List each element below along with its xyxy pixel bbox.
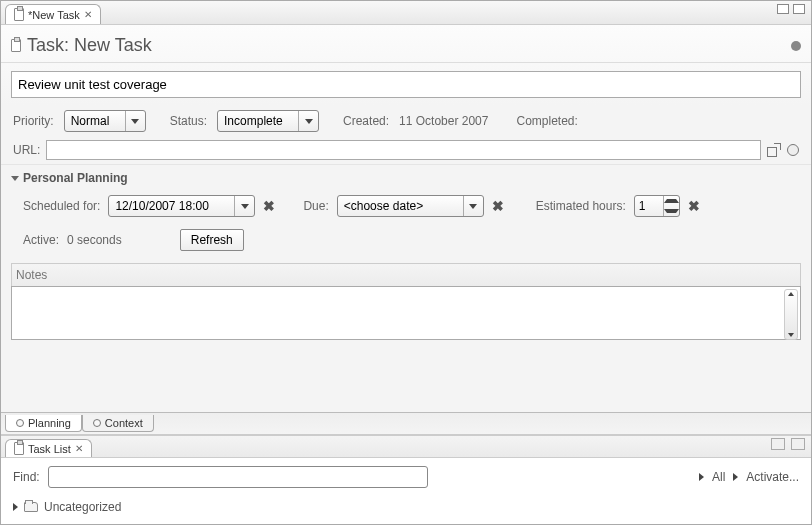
priority-value[interactable] (65, 111, 125, 131)
close-icon[interactable]: ✕ (84, 9, 92, 20)
due-value[interactable] (338, 196, 463, 216)
collapse-icon[interactable] (11, 176, 19, 181)
find-input[interactable] (48, 466, 428, 488)
editor-bottom-tabs: Planning Context (1, 412, 811, 434)
tab-label: Planning (28, 417, 71, 429)
scrollbar[interactable] (784, 289, 798, 340)
arrow-right-icon[interactable] (733, 473, 738, 481)
editor-tab-new-task[interactable]: *New Task ✕ (5, 4, 101, 24)
est-hours-label: Estimated hours: (536, 199, 626, 213)
chevron-down-icon[interactable] (463, 196, 483, 216)
clear-est-hours-icon[interactable]: ✖ (688, 198, 700, 214)
editor-header: Task: New Task (1, 25, 811, 63)
url-input[interactable] (46, 140, 761, 160)
completed-label: Completed: (516, 114, 577, 128)
section-title: Personal Planning (23, 171, 128, 185)
priority-select[interactable] (64, 110, 146, 132)
editor-tab-strip: *New Task ✕ (1, 1, 811, 25)
stepper-down-icon[interactable] (664, 206, 679, 216)
page-title: Task: New Task (27, 35, 785, 56)
chevron-down-icon[interactable] (125, 111, 145, 131)
status-select[interactable] (217, 110, 319, 132)
scroll-up-icon[interactable] (788, 292, 794, 296)
priority-label: Priority: (13, 114, 54, 128)
category-label: Uncategorized (44, 500, 121, 514)
chevron-down-icon[interactable] (298, 111, 318, 131)
clear-due-icon[interactable]: ✖ (492, 198, 504, 214)
scroll-down-icon[interactable] (788, 333, 794, 337)
clear-scheduled-icon[interactable]: ✖ (263, 198, 275, 214)
scheduled-date-picker[interactable] (108, 195, 255, 217)
personal-planning-header[interactable]: Personal Planning (1, 164, 811, 189)
notes-label: Notes (11, 263, 801, 286)
scheduled-label: Scheduled for: (23, 199, 100, 213)
context-tab-icon (93, 419, 101, 427)
status-label: Status: (170, 114, 207, 128)
folder-icon (24, 502, 38, 512)
due-label: Due: (303, 199, 328, 213)
active-value: 0 seconds (67, 233, 122, 247)
tab-planning[interactable]: Planning (5, 415, 82, 432)
created-value: 11 October 2007 (399, 114, 488, 128)
expand-icon[interactable] (13, 503, 18, 511)
due-date-picker[interactable] (337, 195, 484, 217)
created-label: Created: (343, 114, 389, 128)
task-list-icon (14, 442, 24, 455)
task-list-tab[interactable]: Task List ✕ (5, 439, 92, 457)
window-controls (777, 4, 805, 14)
scheduled-value[interactable] (109, 196, 234, 216)
url-label: URL: (13, 143, 40, 157)
refresh-button[interactable]: Refresh (180, 229, 244, 251)
maximize-icon[interactable] (793, 4, 805, 14)
arrow-right-icon[interactable] (699, 473, 704, 481)
status-value[interactable] (218, 111, 298, 131)
new-task-icon[interactable] (771, 438, 785, 450)
uncategorized-row[interactable]: Uncategorized (1, 496, 811, 524)
status-dot-icon (791, 41, 801, 51)
tab-label: Context (105, 417, 143, 429)
chevron-down-icon[interactable] (234, 196, 254, 216)
task-icon (14, 8, 24, 21)
task-description-input[interactable] (11, 71, 801, 98)
task-list-tab-strip: Task List ✕ (1, 436, 811, 458)
editor-tab-label: *New Task (28, 9, 80, 21)
notes-textarea[interactable] (11, 286, 801, 340)
close-icon[interactable]: ✕ (75, 443, 83, 454)
browse-icon[interactable] (787, 144, 799, 156)
open-url-icon[interactable] (767, 143, 781, 157)
stepper-up-icon[interactable] (664, 196, 679, 206)
estimated-hours-stepper[interactable] (634, 195, 680, 217)
activate-label[interactable]: Activate... (746, 470, 799, 484)
view-menu-icon[interactable] (791, 438, 805, 450)
tab-context[interactable]: Context (82, 415, 154, 432)
all-label[interactable]: All (712, 470, 725, 484)
est-hours-value[interactable] (635, 196, 663, 216)
planning-tab-icon (16, 419, 24, 427)
task-list-tab-label: Task List (28, 443, 71, 455)
minimize-icon[interactable] (777, 4, 789, 14)
active-label: Active: (23, 233, 59, 247)
find-label: Find: (13, 470, 40, 484)
task-icon (11, 39, 21, 52)
